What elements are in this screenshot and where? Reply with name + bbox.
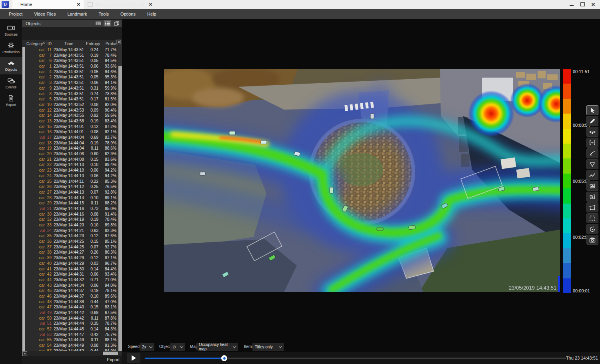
menu-project[interactable]: Project (9, 12, 22, 16)
popout-icon[interactable] (113, 20, 120, 26)
table-row[interactable]: vul5323/May 14:44:470.4275.7% (25, 332, 118, 338)
table-row[interactable]: car3823/May 14:44:270.2680.3% (25, 250, 118, 255)
table-row[interactable]: car1123/May 14:43:510.2471.7% (25, 47, 118, 53)
table-row[interactable]: car4823/May 14:44:380.4447.0% (25, 299, 118, 305)
list-view-icon[interactable] (104, 20, 111, 26)
table-row[interactable]: car5723/May 14:44:520.4484.9% (25, 348, 118, 351)
column-header-time[interactable]: Time (52, 42, 86, 46)
table-row[interactable]: car2323/May 14:44:100.0694.2% (25, 168, 118, 173)
sidebar-item-sources[interactable]: Sources (0, 22, 22, 39)
table-row[interactable]: car4523/May 14:44:370.1978.1% (25, 288, 118, 294)
scrollbar-thumb[interactable] (118, 44, 122, 66)
table-row[interactable]: vul3123/May 14:44:160.7385.0% (25, 206, 118, 212)
rotate-tool-button[interactable] (586, 224, 598, 234)
zone-tool-button[interactable] (586, 202, 598, 212)
table-row[interactable]: car2023/May 14:44:060.6062.9% (25, 151, 118, 157)
video-view[interactable]: 23/05/2019 14:43:51 (164, 69, 560, 292)
sidebar-item-objects[interactable]: Objects (0, 57, 22, 74)
sidebar-item-events[interactable]: Events (0, 74, 22, 92)
table-row[interactable]: car3923/May 14:44:290.1287.1% (25, 255, 118, 261)
snapshot-tool-button[interactable] (586, 235, 598, 245)
table-row[interactable]: car223/May 14:43:510.0595.3% (25, 74, 118, 80)
column-header-category[interactable]: Category^ (25, 42, 45, 46)
table-row[interactable]: car3223/May 14:44:190.1978.4% (25, 217, 118, 222)
sidebar-item-production[interactable]: Production (0, 39, 22, 57)
table-row[interactable]: car4723/May 14:44:400.1583.1% (25, 304, 118, 310)
menu-video-files[interactable]: Video Files (34, 12, 56, 16)
table-row[interactable]: car4323/May 14:44:340.0694.0% (25, 283, 118, 288)
maximize-button[interactable] (580, 2, 585, 7)
table-row[interactable]: car1323/May 14:43:580.1983.4% (25, 118, 118, 124)
speed-dropdown[interactable]: 2x (140, 343, 154, 351)
polygon-gate-tool-button[interactable] (586, 159, 598, 169)
table-row[interactable]: vul5123/May 14:44:440.3578.7% (25, 321, 118, 326)
column-header-proba[interactable]: Proba (98, 42, 116, 46)
table-row[interactable]: car1823/May 14:44:040.1978.9% (25, 140, 118, 146)
zone-stats-tool-button[interactable] (586, 181, 598, 191)
table-row[interactable]: car4423/May 14:44:320.7171.0% (25, 277, 118, 283)
table-row[interactable]: car2823/May 14:44:140.1089.1% (25, 195, 118, 201)
table-row[interactable]: car5023/May 14:44:420.1187.8% (25, 316, 118, 321)
horizontal-scrollbar[interactable] (28, 351, 118, 356)
table-row[interactable]: car4023/May 14:44:290.0396.7% (25, 261, 118, 266)
table-row[interactable]: car5223/May 14:44:450.1484.3% (25, 326, 118, 332)
close-icon[interactable]: ✕ (149, 2, 152, 7)
table-row[interactable]: car323/May 14:43:510.0694.1% (25, 80, 118, 86)
minimize-button[interactable] (569, 2, 574, 7)
table-row[interactable]: car823/May 14:43:510.7473.8% (25, 91, 118, 97)
table-row[interactable]: car2523/May 14:44:110.2285.3% (25, 179, 118, 184)
close-button[interactable]: ✕ (590, 2, 596, 7)
gate-tool-button[interactable] (586, 138, 598, 148)
table-row[interactable]: car2423/May 14:44:100.0694.2% (25, 173, 118, 179)
tab-home[interactable]: Home ✕ (12, 0, 84, 9)
menu-landmark[interactable]: Landmark (67, 12, 87, 16)
items-dropdown[interactable]: Titles only (252, 343, 284, 351)
sidebar-item-export[interactable]: Export (0, 92, 22, 110)
table-view-icon[interactable] (94, 20, 102, 26)
play-button[interactable] (127, 353, 140, 363)
table-row[interactable]: car5423/May 14:44:490.0891.3% (25, 343, 118, 348)
export-button[interactable]: Export (107, 357, 120, 362)
column-header-entropy[interactable]: Entropy (86, 42, 98, 46)
table-row[interactable]: car623/May 14:43:510.0594.5% (25, 58, 118, 64)
menu-help[interactable]: Help (147, 12, 156, 16)
graph-tool-button[interactable] (586, 170, 598, 180)
table-row[interactable]: vul3423/May 14:44:210.6382.3% (25, 228, 118, 234)
table-row[interactable]: car3023/May 14:44:160.0891.4% (25, 212, 118, 217)
table-row[interactable]: car523/May 14:43:510.1781.5% (25, 96, 118, 102)
table-row[interactable]: car2623/May 14:44:120.2576.5% (25, 184, 118, 190)
table-row[interactable]: car2723/May 14:44:130.0792.8% (25, 190, 118, 195)
table-row[interactable]: vul1723/May 14:44:040.6983.7% (25, 135, 118, 140)
table-row[interactable]: car923/May 14:43:510.3159.9% (25, 86, 118, 91)
table-row[interactable]: car1623/May 14:44:010.0892.1% (25, 129, 118, 135)
tab-project-file[interactable]: demo_a_dronevisa_11_428_2019-05 ✕ (85, 0, 156, 9)
table-row[interactable]: car4223/May 14:44:310.0693.4% (25, 272, 118, 277)
close-icon[interactable]: ✕ (77, 2, 80, 7)
curve-tool-button[interactable] (586, 148, 598, 158)
scroll-corner-icon[interactable] (22, 351, 27, 356)
table-row[interactable]: car423/May 14:43:510.0594.6% (25, 69, 118, 75)
table-row[interactable]: car723/May 14:43:510.1978.4% (25, 53, 118, 58)
timeline-slider[interactable] (145, 352, 566, 364)
menu-tools[interactable]: Tools (98, 12, 109, 16)
trajectory-tool-button[interactable] (586, 127, 598, 137)
area-select-tool-button[interactable] (586, 213, 598, 223)
table-row[interactable]: car1523/May 14:44:010.1287.2% (25, 124, 118, 130)
scrollbar-thumb[interactable] (103, 352, 118, 355)
edit-tool-button[interactable] (586, 116, 598, 126)
select-tool-button[interactable] (586, 105, 598, 115)
table-row[interactable]: car1223/May 14:43:530.0990.4% (25, 108, 118, 113)
table-row[interactable]: car4623/May 14:44:370.1089.6% (25, 294, 118, 299)
slider-thumb[interactable] (221, 355, 227, 361)
table-row[interactable]: car2923/May 14:44:150.1188.2% (25, 200, 118, 206)
vertical-scrollbar[interactable] (118, 44, 122, 351)
table-row[interactable]: car3523/May 14:44:230.1287.6% (25, 233, 118, 239)
table-row[interactable]: car2123/May 14:44:080.1583.6% (25, 157, 118, 162)
table-row[interactable]: car1423/May 14:43:550.9259.6% (25, 113, 118, 118)
menu-options[interactable]: Options (120, 12, 136, 16)
table-row[interactable]: car123/May 14:43:510.0693.6% (25, 64, 118, 69)
table-row[interactable]: car1923/May 14:44:040.1188.6% (25, 146, 118, 151)
map-dropdown[interactable]: Occupancy heat map (196, 343, 238, 351)
table-row[interactable]: car3723/May 14:44:250.0792.7% (25, 244, 118, 250)
table-row[interactable]: car2223/May 14:44:100.1089.4% (25, 162, 118, 168)
